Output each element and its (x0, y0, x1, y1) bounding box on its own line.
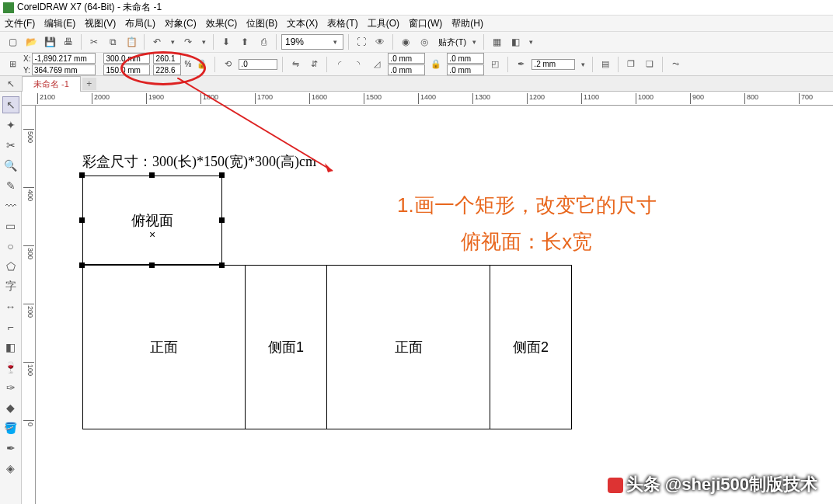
ellipse-tool[interactable]: ○ (2, 238, 19, 255)
undo-icon[interactable]: ↶ (149, 34, 165, 50)
rotation-input[interactable]: .0 (239, 59, 277, 70)
menu-edit[interactable]: 编辑(E) (44, 17, 75, 30)
outline-tool[interactable]: ✒ (2, 440, 19, 457)
add-tab-button[interactable]: + (82, 78, 96, 90)
lock-ratio-icon[interactable]: 🔒 (194, 57, 210, 72)
wrap-text-icon[interactable]: ▤ (598, 57, 613, 72)
x-position-input[interactable]: -1,890.217 mm (32, 53, 96, 64)
chevron-down-icon[interactable]: ▾ (330, 35, 340, 49)
mirror-h-icon[interactable]: ⇋ (288, 57, 303, 72)
pick-tool[interactable]: ↖ (2, 96, 19, 113)
parallel-dim-tool[interactable]: ↔ (2, 298, 19, 315)
outline-dropdown[interactable]: ▾ (578, 57, 587, 71)
shape-tool[interactable]: ✦ (2, 116, 19, 134)
scale-x-input[interactable]: 260.1 (153, 53, 181, 64)
handle-br[interactable] (219, 262, 225, 268)
handle-mr[interactable] (219, 217, 225, 223)
corner-chamfer-icon[interactable]: ◿ (369, 57, 385, 72)
undo-dropdown[interactable]: ▾ (168, 35, 177, 49)
ruler-vertical[interactable]: 500 400 300 200 100 0 (22, 106, 36, 504)
menu-layout[interactable]: 布局(L) (125, 17, 155, 30)
to-front-icon[interactable]: ❐ (623, 57, 639, 72)
corner-round-icon[interactable]: ◜ (332, 57, 347, 72)
preview-icon[interactable]: 👁 (372, 34, 388, 50)
menu-effect[interactable]: 效果(C) (206, 17, 238, 30)
copy-icon[interactable]: ⧉ (105, 34, 120, 50)
redo-dropdown[interactable]: ▾ (199, 35, 208, 49)
ruler-horizontal[interactable]: 2100 2000 1900 1800 1700 1600 1500 1400 … (22, 92, 833, 106)
top-face-rect[interactable]: 俯视面 × (82, 176, 222, 265)
artistic-media-tool[interactable]: 〰 (2, 197, 19, 214)
menu-window[interactable]: 窗口(W) (409, 17, 442, 30)
outline-width-input[interactable]: .2 mm (532, 59, 575, 70)
menu-object[interactable]: 对象(C) (165, 17, 197, 30)
convert-curves-icon[interactable]: ⤳ (667, 57, 683, 72)
snap-icon[interactable]: ◉ (398, 34, 413, 50)
menu-table[interactable]: 表格(T) (327, 17, 357, 30)
scale-y-input[interactable]: 228.6 (153, 64, 181, 75)
relative-corner-icon[interactable]: ◰ (487, 57, 503, 72)
connector-tool[interactable]: ⌐ (2, 318, 19, 335)
redo-icon[interactable]: ↷ (180, 34, 196, 50)
fill-tool[interactable]: ◈ (2, 460, 19, 477)
handle-tl[interactable] (79, 172, 85, 178)
cut-icon[interactable]: ✂ (86, 34, 102, 50)
menu-file[interactable]: 文件(F) (5, 17, 35, 30)
menu-view[interactable]: 视图(V) (85, 17, 116, 30)
width-input[interactable]: 300.0 mm (103, 53, 150, 64)
separator (326, 57, 327, 72)
front2-rect[interactable]: 正面 (327, 265, 490, 429)
document-tab[interactable]: 未命名 -1 (22, 76, 81, 92)
corner-br-input[interactable]: .0 mm (447, 64, 484, 75)
crop-tool[interactable]: ✂ (2, 137, 19, 154)
mirror-v-icon[interactable]: ⇵ (306, 57, 322, 72)
zoom-level-input[interactable]: 19% ▾ (281, 34, 343, 50)
drop-shadow-tool[interactable]: ◧ (2, 339, 19, 356)
freehand-tool[interactable]: ✎ (2, 177, 19, 194)
print-icon[interactable]: 🖶 (61, 34, 76, 50)
rectangle-tool[interactable]: ▭ (2, 217, 19, 235)
menu-help[interactable]: 帮助(H) (451, 17, 483, 30)
publish-icon[interactable]: ⎙ (256, 34, 271, 50)
corner-tr-input[interactable]: .0 mm (447, 53, 484, 64)
zoom-tool[interactable]: 🔍 (2, 157, 19, 174)
handle-ml[interactable] (79, 217, 85, 223)
new-icon[interactable]: ▢ (5, 34, 20, 50)
side1-rect[interactable]: 侧面1 (246, 265, 327, 429)
corner-tl-input[interactable]: .0 mm (388, 53, 425, 64)
corner-lock-icon[interactable]: 🔒 (428, 57, 444, 72)
fullscreen-icon[interactable]: ⛶ (354, 34, 369, 50)
corner-bl-input[interactable]: .0 mm (388, 64, 425, 75)
front1-rect[interactable]: 正面 (82, 265, 246, 429)
text-tool[interactable]: 字 (2, 278, 19, 295)
handle-bl[interactable] (79, 262, 85, 268)
paste-icon[interactable]: 📋 (124, 34, 139, 50)
menu-text[interactable]: 文本(X) (287, 17, 318, 30)
snap-dropdown[interactable]: ▾ (469, 35, 479, 49)
to-back-icon[interactable]: ❏ (642, 57, 657, 72)
side2-rect[interactable]: 侧面2 (490, 265, 572, 429)
handle-tc[interactable] (149, 172, 155, 178)
polygon-tool[interactable]: ⬠ (2, 258, 19, 275)
open-icon[interactable]: 📂 (23, 34, 39, 50)
menu-tools[interactable]: 工具(O) (368, 17, 399, 30)
save-icon[interactable]: 💾 (42, 34, 58, 50)
snap-label[interactable]: 贴齐(T) (438, 36, 466, 48)
opt2-icon[interactable]: ◧ (507, 34, 523, 50)
snap2-icon[interactable]: ◎ (416, 34, 432, 50)
height-input[interactable]: 150.0 mm (103, 64, 150, 75)
smart-fill-tool[interactable]: 🪣 (2, 419, 19, 436)
corner-scallop-icon[interactable]: ◝ (350, 57, 366, 72)
interactive-fill-tool[interactable]: ◆ (2, 399, 19, 416)
export-icon[interactable]: ⬆ (237, 34, 253, 50)
menu-bitmap[interactable]: 位图(B) (246, 17, 277, 30)
transparency-tool[interactable]: 🍷 (2, 359, 19, 376)
opt-dropdown[interactable]: ▾ (526, 35, 535, 49)
handle-tr[interactable] (219, 172, 225, 178)
y-position-input[interactable]: 364.769 mm (32, 64, 96, 75)
opt1-icon[interactable]: ▦ (489, 34, 504, 50)
eyedropper-tool[interactable]: ✑ (2, 379, 19, 396)
handle-bc[interactable] (149, 262, 155, 268)
import-icon[interactable]: ⬇ (218, 34, 234, 50)
drawing-canvas[interactable]: 彩盒尺寸：300(长)*150(宽)*300(高)cm 俯视面 × 正面 侧面1 (36, 106, 833, 504)
